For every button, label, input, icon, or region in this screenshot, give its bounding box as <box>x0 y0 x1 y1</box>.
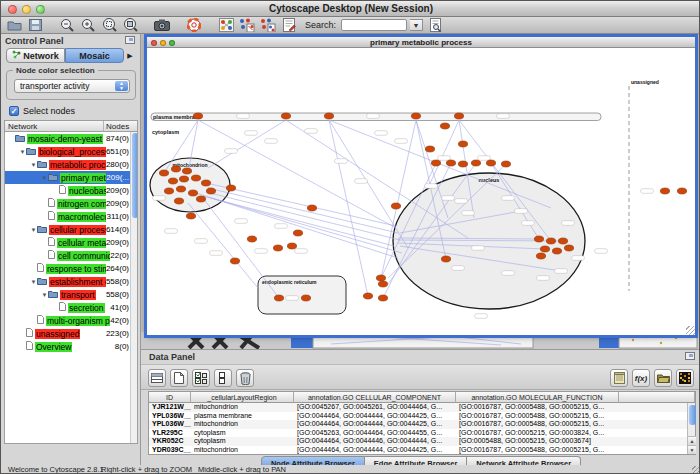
graph-node[interactable] <box>391 203 400 209</box>
graph-node[interactable] <box>677 188 686 194</box>
search-input[interactable] <box>341 19 407 31</box>
graph-node[interactable] <box>164 188 173 194</box>
table-row[interactable]: YPL036W__1mitochondrion[GO:0044464, GO:0… <box>149 420 695 429</box>
graph-node[interactable] <box>376 275 385 281</box>
graph-edge[interactable] <box>286 120 468 238</box>
layout-b-icon[interactable] <box>259 18 277 33</box>
open-attributes-icon[interactable] <box>654 369 672 387</box>
graph-node[interactable] <box>471 160 480 166</box>
graph-node[interactable] <box>174 198 183 204</box>
table-row[interactable]: YLR295Ccytoplasm[GO:0045263, GO:0044464,… <box>149 429 695 438</box>
graph-node[interactable] <box>186 213 195 219</box>
graph-node[interactable] <box>558 238 567 244</box>
graph-node[interactable] <box>176 186 185 192</box>
table-scrollbar-thumb[interactable] <box>689 405 696 425</box>
tree-row-establishment-of-lo[interactable]: ▼establishment of lo558(0) <box>5 275 137 288</box>
graph-node[interactable] <box>230 258 239 264</box>
table-scroll-up-arrow[interactable]: ▲ <box>688 436 696 445</box>
graph-node[interactable] <box>564 245 573 251</box>
graph-node[interactable] <box>440 123 449 129</box>
tree-header-nodes[interactable]: Nodes <box>104 121 137 131</box>
graph-node[interactable] <box>446 160 455 166</box>
graph-edge[interactable] <box>188 203 258 288</box>
graph-node[interactable] <box>274 295 283 301</box>
tree-row-secretion[interactable]: secretion41(0) <box>5 301 137 314</box>
tree-row-biological-process[interactable]: ▼biological_process651(0) <box>5 145 137 158</box>
graph-node[interactable] <box>454 113 463 119</box>
network-view-window[interactable]: primary metabolic process plasma membran… <box>147 37 695 335</box>
graph-node[interactable] <box>536 253 545 259</box>
tree-row-overview[interactable]: Overview8(0) <box>5 340 137 353</box>
graph-node[interactable] <box>552 248 561 254</box>
select-nodes-checkbox[interactable]: ✓ <box>9 106 19 116</box>
tree-row-transport[interactable]: ▼transport558(0) <box>5 288 137 301</box>
graph-node[interactable] <box>441 256 450 262</box>
graph-node[interactable] <box>411 113 420 119</box>
new-attribute-icon[interactable] <box>170 369 188 387</box>
tab-network[interactable]: Network <box>6 48 65 63</box>
tree-expander-icon[interactable]: ▼ <box>30 227 37 233</box>
tree-row-cell-communicat[interactable]: cell communicat22(0) <box>5 249 137 262</box>
graph-node[interactable] <box>201 180 210 186</box>
zoom-out-icon[interactable] <box>58 18 76 33</box>
tree-row-macromolecule[interactable]: macromolecule311(0) <box>5 210 137 223</box>
graph-node[interactable] <box>226 185 235 191</box>
snapshot-icon[interactable] <box>153 18 171 33</box>
graph-edge[interactable] <box>208 120 286 168</box>
vizmapper-icon[interactable] <box>217 18 235 33</box>
table-row[interactable]: YPL036W__2plasma membrane[GO:0044464, GO… <box>149 412 695 421</box>
graph-node[interactable] <box>378 295 387 301</box>
graph-node[interactable] <box>273 245 282 251</box>
graph-node[interactable] <box>378 281 387 287</box>
tree-row-mosaic-demo-yeast[interactable]: mosaic-demo-yeast874(0) <box>5 132 137 145</box>
graph-node[interactable] <box>458 161 467 167</box>
graph-edge[interactable] <box>211 198 402 253</box>
graph-node[interactable] <box>301 295 310 301</box>
tree-row-multi-organism-pro[interactable]: multi-organism pro42(0) <box>5 314 137 327</box>
column-header-2[interactable]: annotation.GO CELLULAR_COMPONENT <box>294 392 456 403</box>
layout-a-icon[interactable] <box>238 18 256 33</box>
graph-node[interactable] <box>171 166 180 172</box>
graph-node[interactable] <box>534 236 543 242</box>
table-row[interactable]: YDR039C__1mitochondrion[GO:0044464, GO:0… <box>149 446 695 455</box>
graph-edge[interactable] <box>208 188 398 233</box>
graph-node[interactable] <box>168 178 177 184</box>
graph-node[interactable] <box>191 175 200 181</box>
search-dropdown-arrow[interactable]: ▼ <box>410 19 423 31</box>
tree-expander-icon[interactable]: ▼ <box>30 279 37 285</box>
graph-node[interactable] <box>546 238 555 244</box>
graph-node[interactable] <box>293 230 302 236</box>
graph-node[interactable] <box>206 188 215 194</box>
formula-icon[interactable]: f(x) <box>632 369 650 387</box>
graph-edge[interactable] <box>329 120 368 296</box>
graph-node[interactable] <box>324 113 333 119</box>
search-config-icon[interactable] <box>426 18 444 33</box>
graph-node[interactable] <box>431 160 440 166</box>
tree-row-cellular-metabo[interactable]: cellular metabo209(0) <box>5 236 137 249</box>
tree-row-unassigned[interactable]: unassigned223(0) <box>5 327 137 340</box>
column-header-1[interactable]: _cellularLayoutRegion <box>191 392 294 403</box>
attribute-grid-icon[interactable] <box>148 369 166 387</box>
tree-row-cellular-process[interactable]: ▼cellular process614(0) <box>5 223 137 236</box>
graph-node[interactable] <box>363 293 372 299</box>
network-window-resize-grip[interactable] <box>686 326 695 335</box>
tree-expander-icon[interactable]: ▼ <box>41 292 48 298</box>
graph-node[interactable] <box>179 176 188 182</box>
tree-row-nitrogen-compo[interactable]: nitrogen compo209(0) <box>5 197 137 210</box>
tree-row-primary-metabo[interactable]: ▼primary metabo209(... <box>5 171 137 184</box>
import-attributes-icon[interactable] <box>610 369 628 387</box>
graph-node[interactable] <box>182 168 191 174</box>
graph-node[interactable] <box>425 146 434 152</box>
graph-node[interactable] <box>247 236 256 242</box>
heatmap-icon[interactable] <box>676 369 694 387</box>
save-icon[interactable] <box>26 18 44 33</box>
graph-node[interactable] <box>458 141 467 147</box>
tree-expander-icon[interactable]: ▼ <box>41 175 48 181</box>
node-color-dropdown[interactable]: transporter activity ▲▼ <box>14 79 130 93</box>
graph-edge[interactable] <box>203 196 394 246</box>
column-header-3[interactable]: annotation.GO MOLECULAR_FUNCTION <box>456 392 619 403</box>
tab-mosaic[interactable]: Mosaic <box>65 48 124 63</box>
graph-node[interactable] <box>193 113 202 119</box>
graph-node[interactable] <box>159 170 168 176</box>
tree-scrollbar-thumb[interactable] <box>132 133 138 218</box>
